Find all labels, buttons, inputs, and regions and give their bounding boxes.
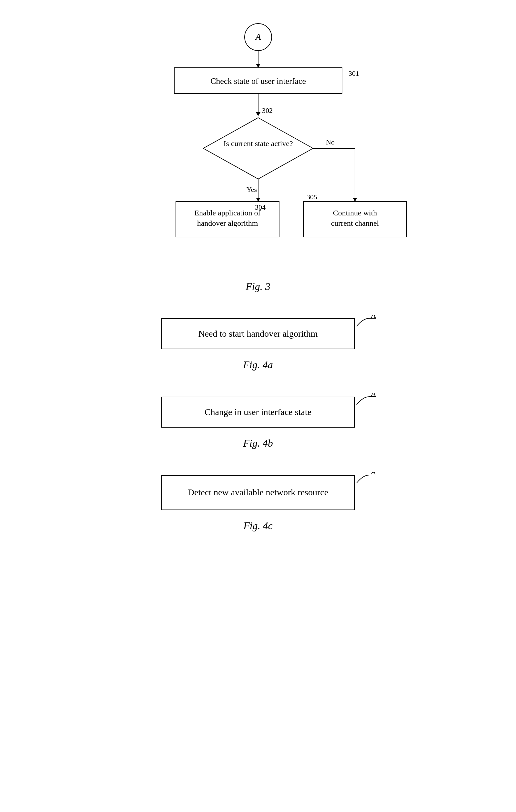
fig4b-a-connector: A bbox=[353, 394, 379, 416]
svg-text:Is current state active?: Is current state active? bbox=[223, 139, 293, 148]
svg-text:302: 302 bbox=[262, 107, 273, 114]
fig4a-diagram: Need to start handover algorithm A Fig. … bbox=[0, 318, 516, 384]
fig3-diagram: A Check state of user interface 301 302 … bbox=[0, 19, 516, 306]
svg-text:current channel: current channel bbox=[331, 219, 379, 227]
fig4b-box: Change in user interface state bbox=[161, 397, 355, 428]
fig4a-box: Need to start handover algorithm bbox=[161, 318, 355, 349]
svg-marker-22 bbox=[353, 198, 357, 202]
svg-text:Continue with: Continue with bbox=[333, 209, 377, 217]
fig4c-diagram: Detect new available network resource A … bbox=[0, 475, 516, 545]
fig4a-caption: Fig. 4a bbox=[243, 359, 273, 371]
svg-text:Yes: Yes bbox=[246, 185, 256, 194]
svg-text:handover algorithm: handover algorithm bbox=[197, 219, 258, 227]
fig4a-a-connector: A bbox=[353, 315, 379, 338]
svg-text:No: No bbox=[326, 138, 335, 146]
svg-text:A: A bbox=[371, 472, 376, 476]
svg-marker-3 bbox=[256, 64, 261, 68]
fig4c-a-connector: A bbox=[353, 472, 379, 494]
fig3-caption: Fig. 3 bbox=[246, 281, 270, 292]
fig4b-diagram: Change in user interface state A Fig. 4b bbox=[0, 397, 516, 462]
svg-text:304: 304 bbox=[255, 203, 266, 211]
fig4c-box-wrapper: Detect new available network resource A bbox=[161, 475, 355, 510]
page: A Check state of user interface 301 302 … bbox=[0, 0, 516, 812]
svg-text:A: A bbox=[371, 394, 376, 398]
svg-text:Check state of user interface: Check state of user interface bbox=[210, 77, 306, 86]
fig3-svg: A Check state of user interface 301 302 … bbox=[81, 19, 436, 271]
svg-text:Enable application of: Enable application of bbox=[194, 209, 261, 217]
svg-text:A: A bbox=[254, 32, 261, 41]
svg-marker-8 bbox=[256, 112, 261, 116]
svg-text:305: 305 bbox=[306, 193, 317, 201]
fig4b-caption: Fig. 4b bbox=[243, 437, 273, 449]
fig4a-box-wrapper: Need to start handover algorithm A bbox=[161, 318, 355, 349]
fig4c-box: Detect new available network resource bbox=[161, 475, 355, 510]
svg-text:301: 301 bbox=[349, 69, 359, 78]
svg-marker-14 bbox=[256, 198, 261, 202]
fig4c-caption: Fig. 4c bbox=[243, 520, 273, 532]
svg-text:A: A bbox=[371, 315, 376, 319]
fig4b-box-wrapper: Change in user interface state A bbox=[161, 397, 355, 428]
svg-marker-10 bbox=[203, 118, 313, 179]
